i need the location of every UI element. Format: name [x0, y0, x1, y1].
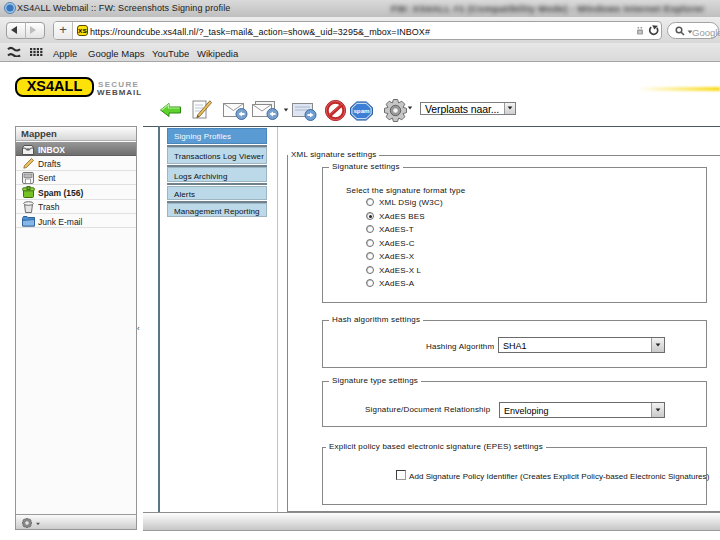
svg-text:spam: spam [353, 107, 370, 114]
